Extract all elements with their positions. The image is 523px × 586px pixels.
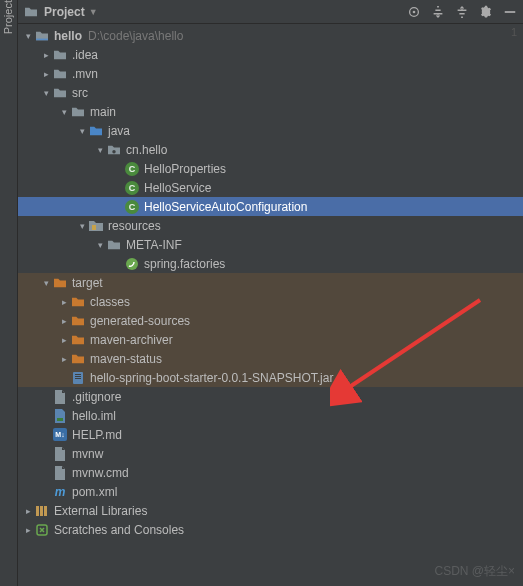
collapse-all-icon[interactable]: [455, 5, 469, 19]
chevron-down-icon[interactable]: ▾: [22, 31, 34, 41]
svg-rect-2: [505, 11, 516, 13]
node-label: src: [72, 86, 88, 100]
chevron-right-icon[interactable]: ▸: [22, 525, 34, 535]
chevron-down-icon[interactable]: ▾: [94, 145, 106, 155]
tree-node-main[interactable]: ▾ main: [18, 102, 523, 121]
tree-node-gitignore[interactable]: .gitignore: [18, 387, 523, 406]
tree-node-mvn[interactable]: ▸ .mvn: [18, 64, 523, 83]
folder-icon: [106, 237, 122, 253]
folder-icon: [70, 104, 86, 120]
svg-rect-7: [92, 225, 96, 230]
tree-node-pomxml[interactable]: m pom.xml: [18, 482, 523, 501]
scratches-icon: [34, 522, 50, 538]
tree-node-mvnwcmd[interactable]: mvnw.cmd: [18, 463, 523, 482]
tree-node-class-selected[interactable]: C HelloServiceAutoConfiguration: [18, 197, 523, 216]
tree-node-mvnw[interactable]: mvnw: [18, 444, 523, 463]
excluded-folder-icon: [70, 332, 86, 348]
node-label: HELP.md: [72, 428, 122, 442]
tree-node-spring-factories[interactable]: spring.factories: [18, 254, 523, 273]
tree-node-idea[interactable]: ▸ .idea: [18, 45, 523, 64]
source-folder-icon: [88, 123, 104, 139]
svg-point-8: [126, 258, 138, 270]
excluded-folder-icon: [70, 351, 86, 367]
file-icon: [52, 446, 68, 462]
chevron-right-icon[interactable]: ▸: [58, 316, 70, 326]
chevron-right-icon[interactable]: ▸: [40, 50, 52, 60]
node-label: .mvn: [72, 67, 98, 81]
gear-icon[interactable]: [479, 5, 493, 19]
svg-rect-15: [40, 506, 43, 516]
svg-rect-13: [57, 418, 63, 421]
class-icon: C: [124, 199, 140, 215]
node-label: spring.factories: [144, 257, 225, 271]
gutter-number: 1: [511, 26, 517, 38]
project-panel: Project ▼ 1 ▾ hello D:\code\java\hello ▸: [18, 0, 523, 586]
tree-node-resources[interactable]: ▾ resources: [18, 216, 523, 235]
node-label: maven-archiver: [90, 333, 173, 347]
sidebar-vertical-tab[interactable]: Project: [0, 0, 18, 586]
svg-rect-12: [75, 378, 81, 379]
node-label: HelloServiceAutoConfiguration: [144, 200, 307, 214]
svg-rect-16: [44, 506, 47, 516]
tree-node-class[interactable]: C HelloProperties: [18, 159, 523, 178]
tree-node-jar[interactable]: hello-spring-boot-starter-0.0.1-SNAPSHOT…: [18, 368, 523, 387]
node-label: java: [108, 124, 130, 138]
chevron-down-icon[interactable]: ▾: [76, 221, 88, 231]
chevron-right-icon[interactable]: ▸: [58, 354, 70, 364]
tree-root[interactable]: ▾ hello D:\code\java\hello: [18, 26, 523, 45]
tree-node-external-libraries[interactable]: ▸ External Libraries: [18, 501, 523, 520]
class-icon: C: [124, 161, 140, 177]
node-label: target: [72, 276, 103, 290]
spring-file-icon: [124, 256, 140, 272]
project-folder-icon: [24, 6, 38, 18]
module-folder-icon: [34, 28, 50, 44]
chevron-right-icon[interactable]: ▸: [58, 297, 70, 307]
node-label: main: [90, 105, 116, 119]
package-icon: [106, 142, 122, 158]
tree-node-java[interactable]: ▾ java: [18, 121, 523, 140]
svg-rect-14: [36, 506, 39, 516]
chevron-down-icon[interactable]: ▾: [40, 278, 52, 288]
tree-node-helloiml[interactable]: hello.iml: [18, 406, 523, 425]
tree-node-src[interactable]: ▾ src: [18, 83, 523, 102]
chevron-down-icon[interactable]: ▾: [40, 88, 52, 98]
locate-icon[interactable]: [407, 5, 421, 19]
maven-file-icon: m: [52, 484, 68, 500]
node-label: hello.iml: [72, 409, 116, 423]
node-label: hello-spring-boot-starter-0.0.1-SNAPSHOT…: [90, 371, 333, 385]
expand-all-icon[interactable]: [431, 5, 445, 19]
chevron-down-icon[interactable]: ▾: [58, 107, 70, 117]
excluded-folder-icon: [52, 275, 68, 291]
chevron-right-icon[interactable]: ▸: [22, 506, 34, 516]
root-name: hello: [54, 29, 82, 43]
tree-node-generated-sources[interactable]: ▸ generated-sources: [18, 311, 523, 330]
libraries-icon: [34, 503, 50, 519]
markdown-file-icon: M↓: [52, 427, 68, 443]
tree-node-metainf[interactable]: ▾ META-INF: [18, 235, 523, 254]
excluded-folder-icon: [70, 313, 86, 329]
tree-node-classes[interactable]: ▸ classes: [18, 292, 523, 311]
file-icon: [52, 389, 68, 405]
panel-title[interactable]: Project: [44, 5, 85, 19]
hide-icon[interactable]: [503, 5, 517, 19]
chevron-right-icon[interactable]: ▸: [40, 69, 52, 79]
tree-body[interactable]: 1 ▾ hello D:\code\java\hello ▸ .idea ▸ .…: [18, 24, 523, 586]
sidebar-vertical-tab-label: Project: [2, 0, 14, 40]
tree-node-helpmd[interactable]: M↓ HELP.md: [18, 425, 523, 444]
dropdown-arrow-icon[interactable]: ▼: [89, 7, 98, 17]
tree-node-maven-archiver[interactable]: ▸ maven-archiver: [18, 330, 523, 349]
node-label: cn.hello: [126, 143, 167, 157]
tree-node-maven-status[interactable]: ▸ maven-status: [18, 349, 523, 368]
node-label: Scratches and Consoles: [54, 523, 184, 537]
watermark-text: CSDN @轻尘×: [434, 563, 515, 580]
node-label: META-INF: [126, 238, 182, 252]
tree-node-package[interactable]: ▾ cn.hello: [18, 140, 523, 159]
chevron-right-icon[interactable]: ▸: [58, 335, 70, 345]
panel-header: Project ▼: [18, 0, 523, 24]
tree-node-scratches[interactable]: ▸ Scratches and Consoles: [18, 520, 523, 539]
chevron-down-icon[interactable]: ▾: [76, 126, 88, 136]
tree-node-class[interactable]: C HelloService: [18, 178, 523, 197]
tree-node-target[interactable]: ▾ target: [18, 273, 523, 292]
chevron-down-icon[interactable]: ▾: [94, 240, 106, 250]
node-label: mvnw: [72, 447, 103, 461]
